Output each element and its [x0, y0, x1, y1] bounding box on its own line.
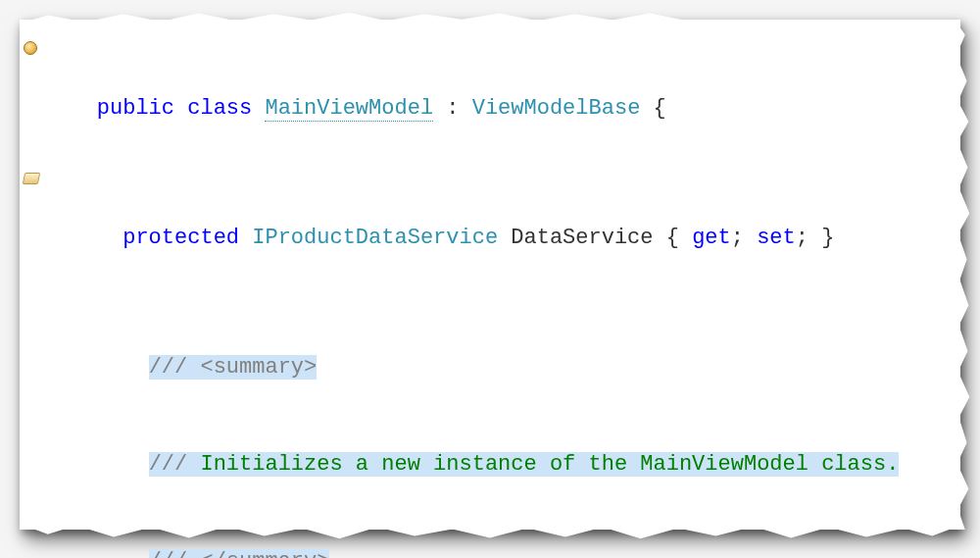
- code-line-3[interactable]: [45, 286, 956, 319]
- type-iproductdataservice: IProductDataService: [252, 226, 498, 250]
- code-editor[interactable]: public class MainViewModel : ViewModelBa…: [20, 20, 960, 530]
- property-name: DataService {: [498, 226, 692, 250]
- sep: ;: [731, 226, 757, 250]
- keyword-public: public: [97, 96, 174, 121]
- code-line-1[interactable]: public class MainViewModel : ViewModelBa…: [45, 27, 956, 157]
- code-line-2[interactable]: protected IProductDataService DataServic…: [45, 157, 956, 286]
- xml-slashes: ///: [149, 452, 201, 477]
- xml-comment-text: Initializes a new instance of the MainVi…: [200, 452, 899, 477]
- indent: [97, 549, 149, 558]
- indent: [97, 452, 149, 477]
- xml-slashes: ///: [149, 549, 201, 558]
- separator: :: [433, 96, 472, 121]
- keyword-set: set: [757, 226, 796, 250]
- indent: [97, 226, 122, 250]
- xml-summary-open: <summary>: [200, 355, 317, 380]
- torn-edge-right: [955, 20, 972, 530]
- xml-slashes: ///: [149, 355, 201, 380]
- indent: [97, 355, 149, 380]
- brace: ; }: [796, 226, 835, 250]
- keyword-get: get: [692, 226, 731, 250]
- code-line-5[interactable]: /// Initializes a new instance of the Ma…: [45, 416, 956, 513]
- code-line-4[interactable]: /// <summary>: [45, 319, 956, 416]
- class-name: MainViewModel: [265, 96, 433, 122]
- class-icon: [24, 33, 41, 51]
- keyword-protected: protected: [122, 226, 239, 250]
- xml-summary-close: </summary>: [200, 549, 329, 558]
- brace: {: [640, 96, 665, 121]
- keyword-class: class: [187, 96, 252, 121]
- property-icon: [24, 163, 41, 180]
- base-type: ViewModelBase: [472, 96, 641, 121]
- torn-edge-top: [20, 10, 960, 24]
